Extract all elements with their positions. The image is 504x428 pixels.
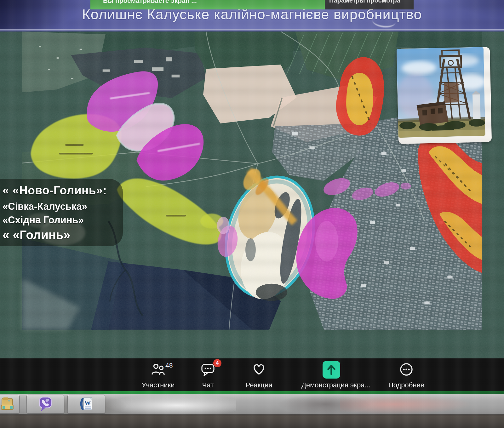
meeting-toolbar: 48 Участники 4 Чат: [0, 358, 504, 391]
more-label: Подробнее: [376, 381, 436, 389]
map-legend-box: « «Ново-Голинь»: «Сівка-Калуська» «Східн…: [0, 179, 123, 246]
satellite-map: « «Ново-Голинь»: «Сівка-Калуська» «Східн…: [0, 31, 504, 358]
share-up-arrow-icon: [323, 361, 340, 379]
reactions-label: Реакции: [229, 381, 289, 389]
legend-line: « «Ново-Голинь»:: [3, 184, 120, 197]
chat-badge: 4: [213, 359, 221, 367]
taskbar: W: [0, 394, 504, 414]
share-screen-label: Демонстрация экра...: [301, 381, 361, 389]
inset-photo: [397, 47, 492, 144]
more-button[interactable]: Подробнее: [376, 358, 436, 391]
participants-icon: [151, 362, 166, 376]
word-icon: W: [79, 397, 94, 412]
headframe-photo: [397, 47, 485, 138]
legend-line: « «Голинь»: [3, 228, 120, 242]
screen-share-banner: Вы просматриваете экран ...: [90, 0, 325, 9]
viber-taskbar-button[interactable]: [26, 395, 64, 414]
view-options-button[interactable]: Параметры просмотра: [325, 0, 414, 9]
legend-line: «Східна Голинь»: [3, 214, 120, 226]
participants-count: 48: [165, 362, 173, 369]
legend-line: «Сівка-Калуська»: [3, 201, 120, 212]
desk-surface: [0, 414, 504, 428]
folder-icon: [1, 397, 14, 411]
share-screen-button[interactable]: Демонстрация экра...: [301, 358, 361, 391]
folder-taskbar-button[interactable]: [0, 395, 20, 414]
viewing-screen-text: Вы просматриваете экран ...: [103, 0, 325, 4]
screen-share-border: [0, 391, 504, 394]
reactions-button[interactable]: Реакции: [229, 358, 289, 391]
screen-photo: Колишнє Калуське калійно-магнієве виробн…: [0, 0, 504, 428]
viber-icon: [38, 396, 53, 412]
heart-icon: [252, 362, 266, 376]
view-options-label: Параметры просмотра: [329, 0, 414, 4]
word-taskbar-button[interactable]: W: [67, 395, 105, 414]
ellipsis-icon: [399, 362, 414, 377]
share-screen-green-tile: [323, 361, 340, 379]
screen-glare: [277, 394, 372, 414]
